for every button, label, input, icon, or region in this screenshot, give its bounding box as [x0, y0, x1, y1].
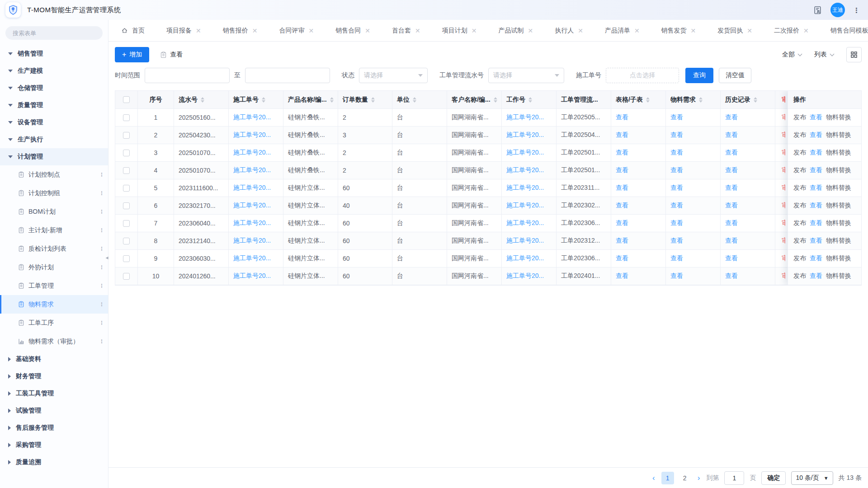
query-button[interactable]: 查询	[685, 68, 713, 83]
view-action[interactable]: 查看	[810, 219, 822, 227]
material-replace-action[interactable]: 物料替换	[826, 166, 851, 174]
column-header-unit[interactable]: 单位	[392, 91, 447, 108]
material_link-view-link[interactable]: 查看	[670, 202, 683, 210]
close-tab-icon[interactable]: ✕	[691, 28, 696, 34]
publish-action[interactable]: 发布	[793, 113, 806, 122]
view-action[interactable]: 查看	[810, 272, 822, 280]
tab-二次报价[interactable]: 二次报价✕	[763, 27, 820, 35]
item-kebab-icon[interactable]: ⁞	[101, 172, 103, 178]
sort-icon[interactable]	[494, 97, 497, 103]
sort-icon[interactable]	[646, 97, 650, 103]
publish-action[interactable]: 发布	[793, 237, 806, 245]
page-size-select[interactable]: 10 条/页 ▼	[791, 471, 833, 485]
sort-icon[interactable]	[201, 97, 204, 103]
work_order-link[interactable]: 施工单号20...	[233, 254, 271, 263]
material-replace-action[interactable]: 物料替换	[826, 219, 851, 227]
close-tab-icon[interactable]: ✕	[634, 28, 640, 34]
history_link-view-link[interactable]: 查看	[725, 131, 738, 139]
column-header-table_link[interactable]: 表格/子表	[611, 91, 666, 108]
material_link-view-link[interactable]: 查看	[670, 219, 683, 227]
material-replace-action[interactable]: 物料替换	[826, 131, 851, 139]
table_link-view-link[interactable]: 查看	[616, 131, 628, 139]
user-avatar[interactable]: 王迪	[830, 3, 845, 17]
work_order-link[interactable]: 施工单号20...	[233, 219, 271, 227]
sidebar-group-仓储管理[interactable]: 仓储管理	[0, 80, 108, 97]
row-checkbox[interactable]	[123, 220, 130, 227]
close-tab-icon[interactable]: ✕	[528, 28, 533, 34]
material_link-view-link[interactable]: 查看	[670, 254, 683, 263]
sort-icon[interactable]	[371, 97, 375, 103]
sidebar-group-设备管理[interactable]: 设备管理	[0, 114, 108, 131]
sidebar-item-物料需求（审批）[interactable]: 物料需求（审批）⁞	[0, 332, 108, 351]
close-tab-icon[interactable]: ✕	[365, 28, 370, 34]
row-checkbox[interactable]	[123, 273, 130, 280]
material_link-view-link[interactable]: 查看	[670, 113, 683, 122]
date-end-input[interactable]	[245, 68, 330, 83]
confirm-page-button[interactable]: 确定	[761, 471, 786, 485]
work-order-picker[interactable]: 点击选择	[606, 68, 679, 83]
column-header-job_no[interactable]: 工作号	[502, 91, 557, 108]
work_order-link[interactable]: 施工单号20...	[233, 202, 271, 210]
tab-项目计划[interactable]: 项目计划✕	[431, 27, 488, 35]
view-action[interactable]: 查看	[810, 202, 822, 210]
status-select[interactable]: 请选择	[359, 68, 428, 83]
close-tab-icon[interactable]: ✕	[196, 28, 201, 34]
next-page-icon[interactable]: ›	[697, 474, 701, 482]
tab-销售报价[interactable]: 销售报价✕	[212, 27, 269, 35]
item-kebab-icon[interactable]: ⁞	[101, 339, 103, 344]
close-tab-icon[interactable]: ✕	[578, 28, 583, 34]
job_no-link[interactable]: 施工单号20...	[506, 166, 544, 174]
tab-合同评审[interactable]: 合同评审✕	[268, 27, 325, 35]
publish-action[interactable]: 发布	[793, 202, 806, 210]
sidebar-group-售后服务管理[interactable]: 售后服务管理	[0, 419, 108, 436]
tab-发货回执[interactable]: 发货回执✕	[707, 27, 763, 35]
publish-action[interactable]: 发布	[793, 272, 806, 280]
job_no-link[interactable]: 施工单号20...	[506, 149, 544, 157]
column-header-serial[interactable]: 流水号	[174, 91, 229, 108]
sidebar-group-生产执行[interactable]: 生产执行	[0, 131, 108, 148]
table_link-view-link[interactable]: 查看	[616, 113, 628, 122]
sidebar-group-质量管理[interactable]: 质量管理	[0, 97, 108, 114]
sidebar-item-物料需求[interactable]: 物料需求⁞	[0, 295, 108, 314]
close-tab-icon[interactable]: ✕	[252, 28, 258, 34]
item-kebab-icon[interactable]: ⁞	[101, 283, 103, 289]
job_no-link[interactable]: 施工单号20...	[506, 272, 544, 280]
view-action[interactable]: 查看	[810, 113, 822, 122]
material-replace-action[interactable]: 物料替换	[826, 272, 851, 280]
view-action[interactable]: 查看	[810, 237, 822, 245]
history_link-view-link[interactable]: 查看	[725, 149, 738, 157]
job_no-link[interactable]: 施工单号20...	[506, 184, 544, 192]
column-header-customer[interactable]: 客户名称/编...	[447, 91, 502, 108]
contract-document-icon[interactable]	[813, 5, 822, 15]
row-checkbox[interactable]	[123, 132, 130, 139]
sort-icon[interactable]	[262, 97, 265, 103]
job_no-link[interactable]: 施工单号20...	[506, 202, 544, 210]
sidebar-item-质检计划列表[interactable]: 质检计划列表⁞	[0, 239, 108, 258]
tab-首页[interactable]: 首页	[110, 27, 156, 35]
work_order-link[interactable]: 施工单号20...	[233, 272, 271, 280]
work_order-link[interactable]: 施工单号20...	[233, 113, 271, 122]
publish-action[interactable]: 发布	[793, 166, 806, 174]
material-replace-action[interactable]: 物料替换	[826, 113, 851, 122]
view-action[interactable]: 查看	[810, 131, 822, 139]
table_link-view-link[interactable]: 查看	[616, 149, 628, 157]
work_order-link[interactable]: 施工单号20...	[233, 131, 271, 139]
history_link-view-link[interactable]: 查看	[725, 254, 738, 263]
history_link-view-link[interactable]: 查看	[725, 237, 738, 245]
sort-icon[interactable]	[330, 97, 334, 103]
tab-项目报备[interactable]: 项目报备✕	[156, 27, 212, 35]
sidebar-group-试验管理[interactable]: 试验管理	[0, 402, 108, 419]
row-checkbox[interactable]	[123, 150, 130, 156]
row-checkbox[interactable]	[123, 238, 130, 244]
work_order-link[interactable]: 施工单号20...	[233, 149, 271, 157]
sidebar-group-销售管理[interactable]: 销售管理	[0, 45, 108, 62]
material-replace-action[interactable]: 物料替换	[826, 254, 851, 263]
item-kebab-icon[interactable]: ⁞	[101, 228, 103, 233]
tab-执行人[interactable]: 执行人✕	[544, 27, 594, 35]
sidebar-item-主计划-新增[interactable]: 主计划-新增⁞	[0, 221, 108, 239]
tab-销售合同模板[interactable]: 销售合同模板✕	[820, 27, 868, 35]
history_link-view-link[interactable]: 查看	[725, 113, 738, 122]
wo-serial-select[interactable]: 请选择	[488, 68, 564, 83]
tab-产品试制[interactable]: 产品试制✕	[487, 27, 544, 35]
material_link-view-link[interactable]: 查看	[670, 131, 683, 139]
